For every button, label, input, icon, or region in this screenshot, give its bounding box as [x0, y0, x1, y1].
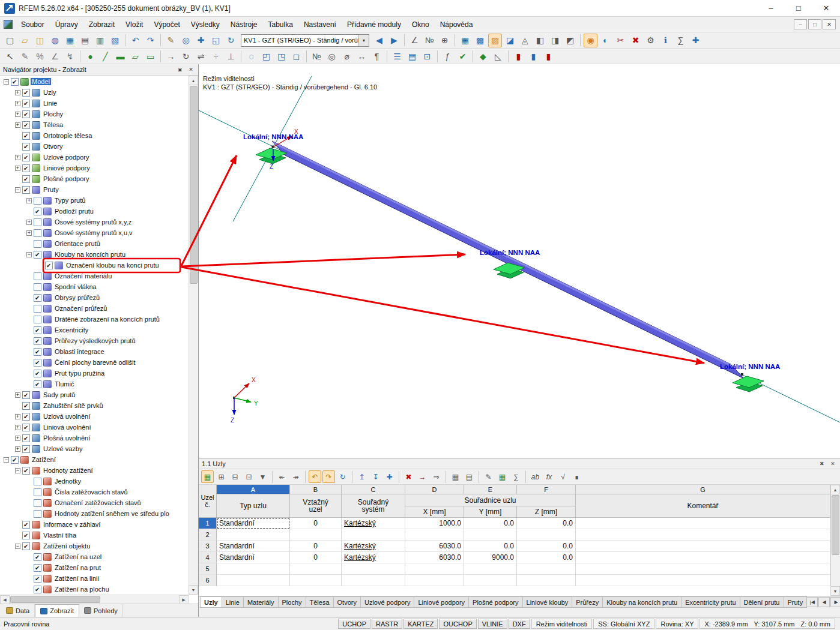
save-icon[interactable]: ▦: [63, 34, 77, 47]
zoom-icon[interactable]: ◎: [179, 34, 193, 47]
close-icon[interactable]: ✕: [187, 66, 195, 74]
cell-z[interactable]: [517, 529, 576, 541]
angle-icon[interactable]: ∠: [48, 49, 62, 63]
tree-expand-icon[interactable]: +: [15, 446, 20, 452]
font-icon[interactable]: ab: [529, 470, 542, 483]
tree-checkbox[interactable]: [22, 413, 30, 421]
tree-collapse-icon[interactable]: −: [15, 468, 20, 473]
tree-checkbox[interactable]: [22, 89, 30, 97]
tree-item-liniova-uvolneni[interactable]: +Liniová uvolnění: [0, 422, 189, 433]
tree-item-uzlove-podpory[interactable]: +Uzlové podpory: [0, 152, 189, 163]
cell-coordinate-system[interactable]: Kartézský: [342, 541, 405, 552]
tree-checkbox[interactable]: [22, 100, 30, 107]
cell-reference-node[interactable]: [290, 575, 342, 586]
jump-last-icon[interactable]: ↠: [289, 470, 302, 483]
tree-checkbox[interactable]: [22, 532, 30, 539]
print-icon[interactable]: ▤: [78, 34, 92, 47]
tree-checkbox[interactable]: [34, 499, 41, 507]
tree-item-telesa[interactable]: +Tělesa: [0, 119, 189, 130]
tree-item-oznaceni-materialu[interactable]: Označení materiálu: [0, 271, 189, 281]
cell-y[interactable]: [464, 563, 517, 575]
cell-comment[interactable]: [576, 563, 830, 575]
tree-item-otvory[interactable]: Otvory: [0, 141, 189, 152]
tree-checkbox[interactable]: [34, 370, 41, 377]
menu-nastaveni[interactable]: Nastavení: [298, 17, 342, 32]
tree-checkbox[interactable]: [22, 110, 30, 118]
tree-item-liniove-podpory[interactable]: +Liniové podpory: [0, 163, 189, 173]
tree-item-obrysy-prurezu[interactable]: Obrysy průřezů: [0, 292, 189, 303]
tree-item-zatizeni-na-prut[interactable]: Zatížení na prut: [0, 562, 189, 573]
tree-item-podlozi-prutu[interactable]: Podloží prutu: [0, 206, 189, 217]
cell-y[interactable]: 9000.0: [464, 552, 517, 563]
cell-node-type[interactable]: Standardní: [217, 541, 290, 552]
cell-x[interactable]: 1000.0: [405, 518, 464, 529]
tree-item-informace-v-zahlavi[interactable]: Informace v záhlaví: [0, 519, 189, 530]
cell-coordinate-system[interactable]: Kartézský: [342, 552, 405, 563]
tree-item-sady-prutu[interactable]: +Sady prutů: [0, 389, 189, 400]
tree-expand-icon[interactable]: +: [15, 101, 20, 106]
table-tab-materialy[interactable]: Materiály: [243, 596, 279, 608]
tree-checkbox[interactable]: [22, 132, 30, 140]
table-tab-liniove-podpory[interactable]: Liniové podpory: [414, 596, 469, 608]
tree-item-zahusteni-site-prvku[interactable]: Zahuštění sítě prvků: [0, 400, 189, 411]
tree-expand-icon[interactable]: +: [15, 112, 20, 117]
panel-blue-icon[interactable]: ▮: [527, 49, 540, 63]
tree-item-osove-systemy-prutu-x-y-z[interactable]: +Osové systémy prutů x,y,z: [0, 217, 189, 227]
clipping-icon[interactable]: ◐: [599, 34, 612, 47]
tree-item-prut-typu-pruzina[interactable]: Prut typu pružina: [0, 368, 189, 379]
table-tab-klouby-na-koncich-prutu[interactable]: Klouby na koncích prutu: [602, 596, 681, 608]
tree-item-zatizeni[interactable]: −Zatížení: [0, 454, 189, 465]
new-surface-icon[interactable]: ▱: [128, 49, 142, 63]
display-solid-icon[interactable]: ▩: [473, 34, 487, 47]
new-member-icon[interactable]: ▬: [113, 49, 127, 63]
scroll-up-icon[interactable]: ▲: [189, 76, 198, 85]
model-viewport[interactable]: X Z Lokální; NNN NAA Lokální; NNN NAA Lo…: [199, 64, 840, 458]
margins-icon[interactable]: ⊡: [420, 49, 434, 63]
mirror-icon[interactable]: ⇌: [194, 49, 208, 63]
scroll-right-icon[interactable]: ▶: [179, 595, 189, 604]
row-down-icon[interactable]: ↧: [369, 470, 382, 483]
tree-collapse-icon[interactable]: −: [4, 79, 9, 85]
move-icon[interactable]: →: [164, 49, 178, 63]
tree-item-spodni-vlakna[interactable]: Spodní vlákna: [0, 281, 189, 292]
invert-selection-icon[interactable]: ◻: [289, 49, 303, 63]
column-letter-c[interactable]: C: [342, 485, 405, 494]
tree-checkbox[interactable]: [34, 316, 41, 323]
tree-checkbox[interactable]: [34, 294, 41, 302]
tree-checkbox[interactable]: [34, 575, 41, 583]
view-x-icon[interactable]: ◧: [533, 34, 547, 47]
cell-z[interactable]: [517, 563, 576, 575]
tree-checkbox[interactable]: [34, 359, 41, 367]
menu-vysledky[interactable]: Výsledky: [186, 17, 225, 32]
display-render-icon[interactable]: ▨: [488, 34, 502, 47]
tree-item-jednotky[interactable]: Jednotky: [0, 476, 189, 487]
pin-icon[interactable]: ✚: [174, 64, 186, 75]
mdi-minimize-button[interactable]: –: [794, 19, 807, 29]
status-toggle-kartez[interactable]: KARTEZ: [403, 619, 438, 629]
table-tab-liniove-klouby[interactable]: Liniové klouby: [522, 596, 573, 608]
tree-item-cisla-zatezovacich-stavu[interactable]: Čísla zatěžovacích stavů: [0, 487, 189, 497]
table-tab-prurezy[interactable]: Průřezy: [572, 596, 603, 608]
jump-first-icon[interactable]: ↞: [276, 470, 288, 483]
tree-item-excentricity[interactable]: Excentricity: [0, 325, 189, 335]
tree-expand-icon[interactable]: +: [15, 90, 20, 95]
tree-checkbox[interactable]: [34, 197, 41, 205]
settings-icon[interactable]: ⚙: [644, 34, 657, 47]
close-button[interactable]: ✕: [812, 0, 840, 16]
cell-z[interactable]: 0.0: [517, 552, 576, 563]
open-project-icon[interactable]: ◫: [33, 34, 47, 47]
previous-load-case-icon[interactable]: ◀: [372, 34, 386, 47]
view-y-icon[interactable]: ◨: [548, 34, 562, 47]
tree-checkbox[interactable]: [34, 283, 41, 291]
calculator-icon[interactable]: ∑: [674, 34, 687, 47]
export-excel-icon[interactable]: ▦: [496, 470, 509, 483]
status-toggle-uchop[interactable]: UCHOP: [338, 619, 370, 629]
tree-item-orientace-prutu[interactable]: Orientace prutů: [0, 238, 189, 249]
tree-item-vlastni-tiha[interactable]: Vlastní tíha: [0, 530, 189, 541]
pin-icon[interactable]: ✚: [816, 458, 827, 469]
rotate-view-icon[interactable]: ↻: [224, 34, 238, 47]
select-all-icon[interactable]: ◌: [244, 49, 258, 63]
tree-checkbox[interactable]: [34, 564, 41, 572]
scrollbar-thumb[interactable]: [190, 86, 198, 284]
menu-okno[interactable]: Okno: [406, 17, 435, 32]
